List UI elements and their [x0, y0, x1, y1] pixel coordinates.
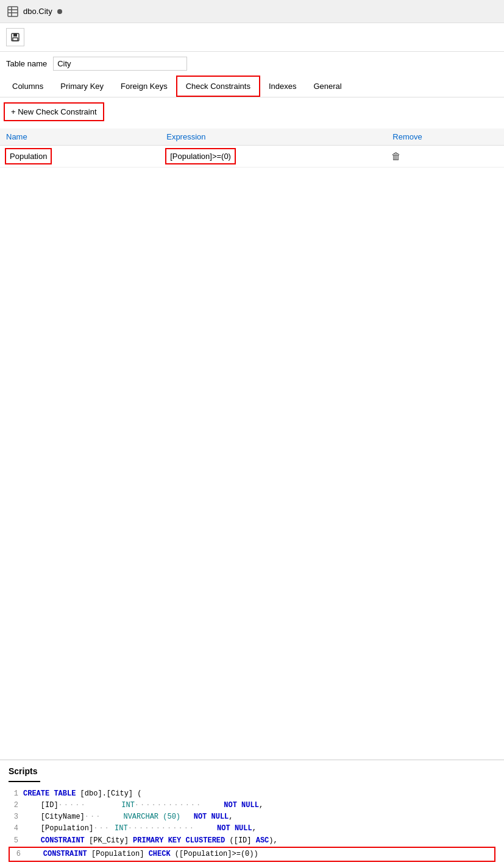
tab-columns[interactable]: Columns — [4, 77, 52, 96]
scripts-section: Scripts 1 CREATE TABLE [dbo].[City] ( 2 … — [0, 760, 504, 868]
code-line-1: 1 CREATE TABLE [dbo].[City] ( — [9, 788, 495, 800]
col-header-remove: Remove — [386, 129, 504, 146]
table-row: Population [Population]>=(0) 🗑 — [0, 146, 504, 168]
constraint-expression-cell[interactable]: [Population]>=(0) — [160, 146, 386, 168]
col-header-name: Name — [0, 129, 160, 146]
tabs-container: Columns Primary Key Foreign Keys Check C… — [0, 76, 504, 97]
table-name-label: Table name — [6, 59, 47, 68]
tab-foreign-keys[interactable]: Foreign Keys — [112, 77, 176, 96]
col-header-expression: Expression — [160, 129, 386, 146]
table-icon — [7, 6, 18, 17]
tab-primary-key[interactable]: Primary Key — [52, 77, 112, 96]
svg-rect-0 — [8, 7, 18, 16]
svg-rect-6 — [13, 38, 18, 41]
code-line-3: 3 [CityName]··· NVARCHAR (50) NOT NULL, — [9, 811, 495, 823]
constraint-name-cell[interactable]: Population — [0, 146, 160, 168]
table-name-input[interactable] — [53, 57, 187, 71]
toolbar — [0, 23, 504, 52]
svg-rect-5 — [13, 34, 17, 37]
code-block: 1 CREATE TABLE [dbo].[City] ( 2 [ID]····… — [9, 788, 495, 862]
save-button[interactable] — [6, 28, 24, 46]
constraints-table: Name Expression Remove Population [Popul… — [0, 129, 504, 168]
scripts-title: Scripts — [9, 766, 495, 776]
code-line-5: 5 CONSTRAINT [PK_City] PRIMARY KEY CLUST… — [9, 835, 495, 847]
constraint-remove-cell: 🗑 — [386, 146, 504, 168]
new-check-constraint-button[interactable]: + New Check Constraint — [4, 102, 104, 121]
code-line-4: 4 [Population]··· INT············ NOT NU… — [9, 823, 495, 834]
code-line-2: 2 [ID]····· INT············ NOT NULL, — [9, 800, 495, 811]
tab-check-constraints[interactable]: Check Constraints — [176, 76, 260, 97]
tab-general[interactable]: General — [305, 77, 350, 96]
remove-constraint-button[interactable]: 🗑 — [391, 151, 401, 162]
page-title: dbo.City — [23, 7, 52, 16]
tab-indexes[interactable]: Indexes — [260, 77, 305, 96]
modified-indicator — [57, 9, 62, 14]
code-line-6: 6 CONSTRAINT [Population] CHECK ([Popula… — [9, 847, 495, 862]
table-name-row: Table name — [0, 52, 504, 76]
title-bar: dbo.City — [0, 0, 504, 23]
